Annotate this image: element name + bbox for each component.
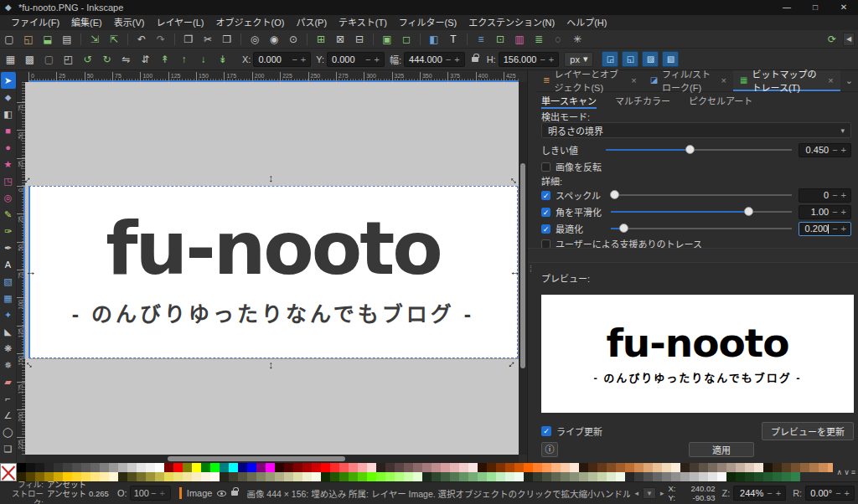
color-swatch[interactable] (671, 463, 680, 472)
scale-handle-ne[interactable]: ↔ (507, 172, 519, 187)
color-swatch[interactable] (284, 463, 293, 472)
unit-select[interactable]: px ▾ (564, 52, 593, 67)
color-swatch[interactable] (173, 472, 183, 481)
opacity-input[interactable]: 100 − + (130, 486, 171, 501)
menu-item[interactable]: レイヤー(L) (150, 15, 209, 30)
threshold-plus-button[interactable]: + (840, 145, 848, 155)
color-swatch[interactable] (459, 472, 468, 481)
print-icon[interactable]: ▤ (61, 33, 73, 45)
color-swatch[interactable] (183, 463, 192, 472)
scale-handle-bottom[interactable]: ↕ (268, 359, 274, 370)
color-swatch[interactable] (293, 472, 302, 481)
color-swatch[interactable] (487, 463, 496, 472)
spray-tool[interactable]: ✵ (1, 357, 16, 373)
node-tool[interactable]: ⬥ (1, 89, 16, 105)
spiral-tool[interactable]: ◎ (1, 189, 16, 206)
threshold-slider[interactable] (606, 144, 792, 156)
color-swatch[interactable] (505, 463, 514, 472)
color-swatch[interactable] (607, 463, 616, 472)
palette-menu-icon[interactable]: ≡ (851, 468, 855, 476)
tweak-tool[interactable]: ❋ (1, 340, 16, 357)
color-swatch[interactable] (791, 472, 800, 481)
next-arrow-icon[interactable]: ▸ (659, 489, 665, 497)
color-swatch[interactable] (376, 472, 385, 481)
fill-stroke-dialog-icon[interactable]: ◧ (428, 33, 440, 45)
color-swatch[interactable] (680, 472, 690, 481)
speckles-input[interactable]: 0−+ (799, 188, 851, 203)
color-swatch[interactable] (671, 472, 680, 481)
color-swatch[interactable] (44, 463, 54, 472)
color-swatch[interactable] (164, 463, 173, 472)
color-swatch[interactable] (358, 472, 367, 481)
detection-mode-select[interactable]: 明るさの境界 ▾ (541, 122, 851, 138)
selected-image-object[interactable]: fu-nooto - のんびりゆったりなんでもブログ - (28, 186, 518, 358)
pen-tool[interactable]: ✑ (1, 223, 16, 239)
color-swatch[interactable] (395, 463, 404, 472)
dock-tabs-overflow-icon[interactable]: ⌄ (840, 75, 858, 86)
color-swatch[interactable] (653, 463, 662, 472)
color-swatch[interactable] (349, 472, 358, 481)
tab-trace-bitmap[interactable]: ▦ビットマップのトレース(T)× (733, 70, 840, 91)
new-document-icon[interactable]: ▢ (3, 33, 15, 45)
mesh-gradient-tool[interactable]: ▦ (1, 290, 16, 306)
color-swatch[interactable] (339, 463, 349, 472)
color-swatch[interactable] (570, 463, 579, 472)
color-swatch[interactable] (349, 463, 358, 472)
speckles-checkbox[interactable]: ✓ (541, 191, 550, 200)
lower-to-bottom-icon[interactable]: ↡ (216, 54, 229, 65)
color-swatch[interactable] (625, 463, 634, 472)
color-swatch[interactable] (210, 463, 220, 472)
eraser-tool[interactable]: ▰ (1, 373, 16, 390)
menu-item[interactable]: ファイル(F) (5, 15, 65, 30)
color-swatch[interactable] (247, 472, 256, 481)
color-swatch[interactable] (745, 463, 754, 472)
tab-fill-stroke[interactable]: ◪フィル/ストローク(F)× (644, 70, 733, 91)
color-swatch[interactable] (644, 472, 653, 481)
scale-gradient-toggle[interactable]: ▨ (642, 51, 659, 67)
save-document-icon[interactable]: ⬓ (42, 33, 54, 45)
color-swatch[interactable] (441, 463, 450, 472)
color-swatch[interactable] (763, 463, 773, 472)
color-swatch[interactable] (773, 472, 782, 481)
color-swatch[interactable] (312, 463, 321, 472)
color-swatch[interactable] (468, 463, 478, 472)
paste-icon[interactable]: ❒ (221, 33, 233, 45)
x-input[interactable]: 0.000 − + (253, 52, 311, 67)
color-swatch[interactable] (302, 472, 312, 481)
color-swatch[interactable] (367, 463, 376, 472)
y-minus-button[interactable]: − (364, 54, 372, 64)
rotate-cw-icon[interactable]: ↻ (101, 54, 113, 65)
color-swatch[interactable] (137, 472, 146, 481)
color-swatch[interactable] (736, 472, 745, 481)
color-swatch[interactable] (551, 472, 561, 481)
color-swatch[interactable] (321, 472, 330, 481)
fill-stroke-indicator[interactable]: フィル: アンセット ストローク: アンセット 0.265 (3, 480, 114, 504)
color-swatch[interactable] (597, 463, 607, 472)
scale-stroke-toggle[interactable]: ◲ (602, 51, 618, 67)
minimize-button[interactable]: — (773, 0, 801, 15)
color-swatch[interactable] (127, 463, 137, 472)
color-swatch[interactable] (773, 463, 782, 472)
update-preview-button[interactable]: プレビューを更新 (762, 422, 854, 440)
scale-handle-right[interactable]: ↔ (509, 266, 519, 277)
color-swatch[interactable] (468, 472, 478, 481)
color-swatch[interactable] (385, 463, 395, 472)
color-swatch[interactable] (607, 472, 616, 481)
smooth-corners-input[interactable]: 1.00−+ (799, 205, 851, 219)
scale-pattern-toggle[interactable]: ▧ (662, 51, 679, 67)
threshold-minus-button[interactable]: − (830, 145, 839, 155)
close-icon[interactable]: × (721, 75, 726, 85)
smooth-corners-plus-button[interactable]: + (840, 207, 848, 217)
create-clone-icon[interactable]: ⊠ (334, 33, 346, 45)
duplicate-icon[interactable]: ⊞ (315, 33, 327, 45)
live-update-checkbox[interactable]: ✓ (541, 426, 551, 436)
color-swatch[interactable] (35, 463, 44, 472)
text-dialog-icon[interactable]: T (447, 33, 459, 45)
zoom-selection-icon[interactable]: ◎ (249, 33, 261, 45)
zoom-plus-button[interactable]: + (774, 488, 783, 498)
color-swatch[interactable] (496, 463, 505, 472)
lower-icon[interactable]: ↓ (197, 54, 209, 65)
zoom-page-icon[interactable]: ⊙ (287, 33, 299, 45)
group-icon[interactable]: ▣ (381, 33, 393, 45)
color-swatch[interactable] (625, 472, 634, 481)
